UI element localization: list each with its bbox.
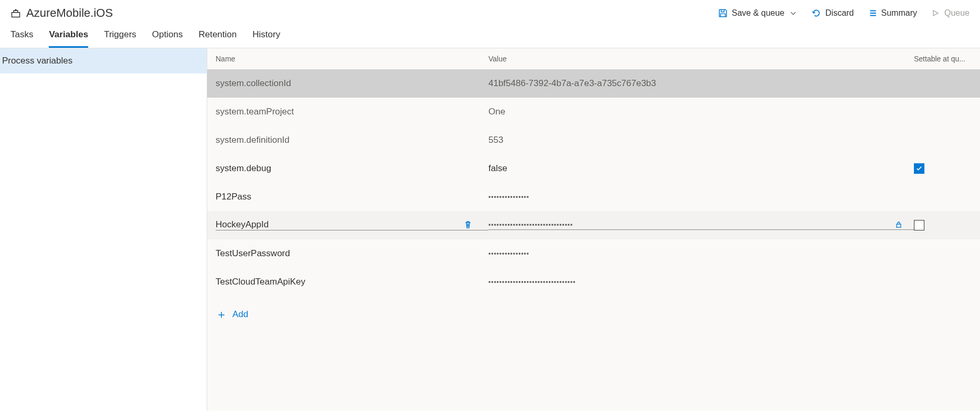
save-icon [718,8,728,18]
variable-row[interactable]: system.definitionId553 [207,126,980,154]
variable-value[interactable]: ••••••••••••••••••••••••••••••• [488,221,573,228]
summary-button[interactable]: Summary [868,8,917,18]
svg-rect-1 [897,224,901,227]
add-variable-button[interactable]: ＋ Add [207,296,980,333]
queue-button: Queue [931,8,970,18]
pipeline-icon [10,8,21,18]
page-title: AzureMobile.iOS [26,6,113,20]
tab-history[interactable]: History [252,29,280,48]
sidebar: Process variables [0,48,207,411]
discard-label: Discard [825,8,854,18]
delete-icon[interactable] [463,220,473,229]
settable-checkbox[interactable] [914,220,924,230]
queue-label: Queue [944,8,970,18]
tab-triggers[interactable]: Triggers [104,29,136,48]
tab-retention[interactable]: Retention [198,29,237,48]
variable-value[interactable]: 553 [488,135,503,145]
chevron-down-icon [789,8,798,18]
variable-row[interactable]: TestUserPassword••••••••••••••• [207,239,980,268]
variable-name[interactable]: P12Pass [216,192,251,202]
sidebar-item-process-variables[interactable]: Process variables [0,48,207,74]
variable-row[interactable]: system.teamProjectOne [207,98,980,126]
variable-row[interactable]: HockeyAppId•••••••••••••••••••••••••••••… [207,211,980,239]
variables-grid: Name Value Settable at qu... system.coll… [207,48,980,411]
variable-name[interactable]: system.definitionId [216,135,290,145]
undo-icon [812,8,821,18]
col-header-settable[interactable]: Settable at qu... [914,55,972,63]
tab-bar: TasksVariablesTriggersOptionsRetentionHi… [0,22,980,48]
variable-value[interactable]: ••••••••••••••• [488,193,529,201]
variable-name[interactable]: TestUserPassword [216,248,290,259]
variable-value[interactable]: •••••••••••••••••••••••••••••••• [488,278,576,286]
variable-value[interactable]: ••••••••••••••• [488,250,529,257]
variable-row[interactable]: TestCloudTeamApiKey•••••••••••••••••••••… [207,268,980,296]
summary-label: Summary [881,8,917,18]
tab-tasks[interactable]: Tasks [10,29,33,48]
col-header-name[interactable]: Name [216,55,488,63]
tab-variables[interactable]: Variables [49,29,88,48]
add-label: Add [232,309,248,320]
variable-row[interactable]: system.collectionId41bf5486-7392-4b7a-a7… [207,69,980,98]
list-icon [868,8,877,18]
variable-name[interactable]: system.debug [216,163,271,174]
play-icon [931,8,940,18]
settable-checkbox[interactable] [914,163,924,174]
variable-row[interactable]: system.debugfalse [207,154,980,183]
variable-row[interactable]: P12Pass••••••••••••••• [207,183,980,211]
tab-options[interactable]: Options [152,29,183,48]
save-queue-button[interactable]: Save & queue [718,8,798,18]
svg-rect-0 [12,13,20,17]
variable-name[interactable]: TestCloudTeamApiKey [216,277,305,287]
variable-name[interactable]: system.collectionId [216,78,291,89]
variable-name[interactable]: system.teamProject [216,107,294,117]
discard-button[interactable]: Discard [812,8,854,18]
save-queue-label: Save & queue [732,8,785,18]
variable-value[interactable]: One [488,107,505,117]
lock-icon[interactable] [894,220,903,229]
variable-name[interactable]: HockeyAppId [216,219,269,230]
variable-value[interactable]: 41bf5486-7392-4b7a-a7e3-a735c767e3b3 [488,78,656,89]
plus-icon: ＋ [216,309,227,320]
variable-value[interactable]: false [488,163,507,174]
col-header-value[interactable]: Value [488,55,914,63]
